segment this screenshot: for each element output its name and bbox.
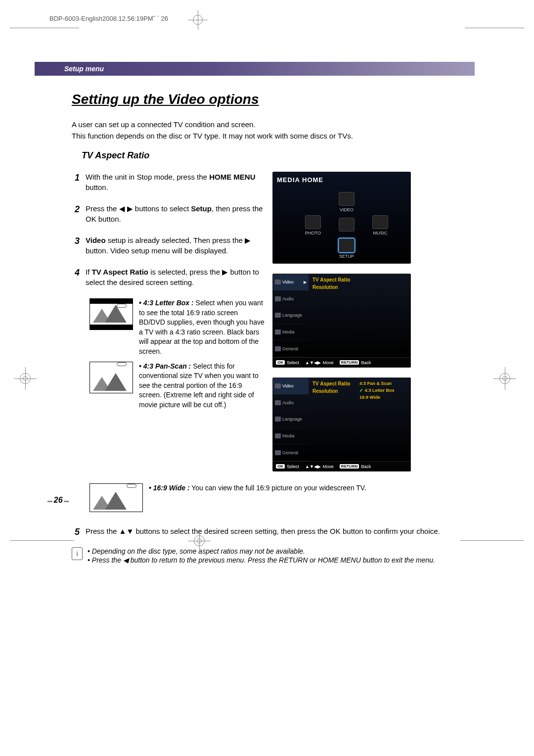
home-video-icon: VIDEO [336, 192, 357, 212]
menu-tv-aspect: TV Aspect Ratio [312, 277, 406, 283]
crop-line [10, 28, 79, 28]
sidebar-media: Media [273, 324, 309, 341]
sidebar-audio: Audio [273, 395, 309, 412]
step-number: 3 [72, 235, 86, 256]
home-setup-icon: SETUP [336, 238, 357, 259]
subsection-title: TV Aspect Ratio [82, 150, 467, 161]
intro-text: A user can set up a connected TV conditi… [72, 119, 467, 142]
mode-panscan: • 4:3 Pan-Scan : Select this for convent… [89, 362, 265, 410]
option-pan-scan: 4:3 Pan & Scan [359, 381, 403, 386]
panscan-thumbnail [89, 362, 133, 393]
option-letter-box: 4:3 Letter Box [359, 388, 403, 393]
screenshot-aspect-options: Video Audio Language Media General TV As… [272, 378, 411, 472]
osd-footer: OKSelect ▲▼◀▶Move RETURNBack [273, 357, 410, 367]
section-band: Setup menu [35, 62, 475, 76]
step-text: Video setup is already selected, Then pr… [86, 235, 265, 256]
step-text: If TV Aspect Ratio is selected, press th… [86, 267, 265, 287]
sidebar-media: Media [273, 428, 309, 445]
step-number: 5 [72, 526, 86, 538]
home-center-icon [336, 218, 357, 233]
home-music-icon: MUSIC [369, 215, 391, 236]
sidebar-video: Video▶ [273, 274, 309, 291]
step-text: With the unit in Stop mode, press the HO… [86, 172, 265, 192]
sidebar-video: Video [273, 378, 309, 395]
note-line: • Press the ◀ button to return to the pr… [88, 556, 435, 564]
step-number: 2 [72, 203, 86, 224]
step-5: 5 Press the ▲▼ buttons to select the des… [72, 526, 467, 538]
registration-mark [493, 367, 516, 390]
wide-thumbnail [89, 483, 143, 512]
registration-mark [188, 529, 211, 552]
option-wide: 16:9 Wide [359, 395, 403, 400]
crop-mark [193, 15, 203, 25]
step-number: 4 [72, 267, 86, 287]
step-number: 1 [72, 172, 86, 192]
mode-wide: • 16:9 Wide : You can view the full 16:9… [89, 483, 467, 512]
sidebar-general: General [273, 340, 309, 357]
step-1: 1 With the unit in Stop mode, press the … [72, 172, 265, 192]
note-line: • Depending on the disc type, some aspec… [88, 547, 435, 555]
page-number: 26 [47, 496, 69, 505]
mode-description: • 4:3 Pan-Scan : Select this for convent… [139, 362, 265, 410]
screenshot-setup-menu: Video▶ Audio Language Media General TV A… [272, 274, 411, 368]
sidebar-language: Language [273, 307, 309, 324]
mode-description: • 4:3 Letter Box : Select when you want … [139, 298, 265, 357]
mode-description: • 16:9 Wide : You can view the full 16:9… [149, 483, 467, 493]
sidebar-general: General [273, 444, 309, 461]
menu-resolution: Resolution [312, 388, 353, 394]
info-icon: i [72, 547, 83, 560]
step-3: 3 Video setup is already selected, Then … [72, 235, 265, 256]
note-block: i • Depending on the disc type, some asp… [72, 547, 467, 565]
media-home-title: MEDIA HOME [277, 176, 406, 184]
menu-resolution: Resolution [312, 284, 406, 290]
sidebar-language: Language [273, 411, 309, 428]
sidebar-audio: Audio [273, 291, 309, 308]
step-4: 4 If TV Aspect Ratio is selected, press … [72, 267, 265, 287]
crop-line [465, 28, 524, 28]
mode-letterbox: • 4:3 Letter Box : Select when you want … [89, 298, 265, 357]
menu-tv-aspect: TV Aspect Ratio [312, 381, 353, 386]
intro-line: This function depends on the disc or TV … [72, 131, 467, 142]
screenshot-media-home: MEDIA HOME VIDEO PHOTO MUSIC SETUP [272, 172, 411, 264]
print-header: BDP-6003-English2008.12.56:19PM˘ ` 26 [49, 15, 168, 22]
crop-line [10, 540, 74, 541]
intro-line: A user can set up a connected TV conditi… [72, 119, 467, 131]
crop-line [460, 540, 524, 541]
registration-mark [14, 367, 37, 390]
page-title: Setting up the Video options [72, 92, 467, 107]
step-text: Press the ◀ ▶ buttons to select Setup, t… [86, 203, 265, 224]
step-text: Press the ▲▼ buttons to select the desir… [86, 526, 467, 538]
letterbox-thumbnail [89, 298, 133, 330]
step-2: 2 Press the ◀ ▶ buttons to select Setup,… [72, 203, 265, 224]
osd-footer: OKSelect ▲▼◀▶Move RETURNBack [273, 461, 410, 471]
home-photo-icon: PHOTO [302, 215, 324, 236]
